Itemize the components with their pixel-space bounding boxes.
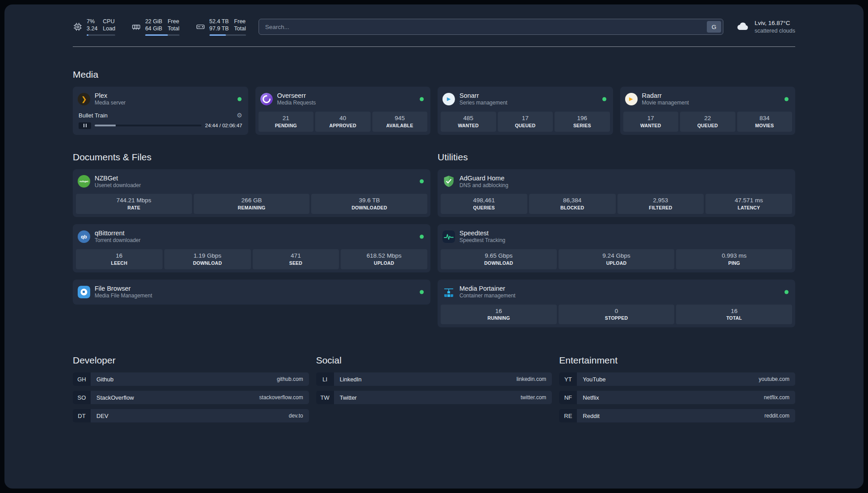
stat-value: 17 xyxy=(625,115,677,122)
stat-label: LATENCY xyxy=(707,205,790,210)
section-title-utilities: Utilities xyxy=(438,152,795,163)
portainer-icon xyxy=(442,286,455,298)
qbittorrent-meta: qBittorrent Torrent downloader xyxy=(95,229,141,244)
status-dot xyxy=(785,290,789,294)
service-card-adguard[interactable]: AdGuard Home DNS and adblocking 498,461Q… xyxy=(438,169,795,217)
search-input[interactable] xyxy=(259,19,723,35)
weather-condition: scattered clouds xyxy=(755,27,795,34)
radarr-header: ▶ Radarr Movie management xyxy=(623,90,793,109)
stat-tile: 9.65 GbpsDOWNLOAD xyxy=(441,249,557,269)
stat-label: UPLOAD xyxy=(342,260,426,266)
playback-progress-bar[interactable] xyxy=(95,125,201,126)
stat-tile: 47.571 msLATENCY xyxy=(705,194,792,214)
service-name: qBittorrent xyxy=(95,229,141,237)
stat-label: QUEUED xyxy=(682,123,734,128)
search-provider-button[interactable]: G xyxy=(707,21,721,33)
bookmark-abbr: GH xyxy=(73,372,91,386)
stat-tile: 0.993 msPING xyxy=(676,249,792,269)
radarr-stats: 17WANTED 22QUEUED 834MOVIES xyxy=(623,112,793,132)
bookmark-url: linkedin.com xyxy=(517,376,552,382)
topbar-divider xyxy=(73,46,795,47)
stat-label: QUEUED xyxy=(500,123,551,128)
service-desc: Usenet downloader xyxy=(95,182,141,189)
service-desc: Series management xyxy=(459,100,507,107)
stat-value: 834 xyxy=(739,115,791,122)
stat-value: 86,384 xyxy=(531,197,614,205)
search-bar: G xyxy=(259,19,723,35)
bookmark-github[interactable]: GH Github github.com xyxy=(73,372,309,386)
stat-value: 485 xyxy=(442,115,494,122)
service-card-radarr[interactable]: ▶ Radarr Movie management 17WANTED 22QUE… xyxy=(620,87,796,135)
bookmark-reddit[interactable]: RE Reddit reddit.com xyxy=(559,409,795,422)
stat-value: 9.24 Gbps xyxy=(560,252,673,260)
stat-tile: 22QUEUED xyxy=(680,112,735,132)
stat-label: QUERIES xyxy=(442,205,526,210)
qbittorrent-header: qb qBittorrent Torrent downloader xyxy=(76,227,427,246)
memory-total-value: 64 GiB xyxy=(145,25,162,32)
stat-tile: 16LEECH xyxy=(76,249,163,269)
weather-location: Lviv, 16.87°C xyxy=(755,19,795,27)
status-dot xyxy=(420,290,424,294)
stat-value: 17 xyxy=(500,115,551,122)
stat-value: 744.21 Mbps xyxy=(78,197,190,205)
stat-value: 0 xyxy=(560,308,673,315)
stat-tile: 266 GBREMAINING xyxy=(194,194,310,214)
service-card-nzbget[interactable]: nzbget NZBGet Usenet downloader 744.21 M… xyxy=(73,169,430,217)
service-card-speedtest[interactable]: Speedtest Speedtest Tracking 9.65 GbpsDO… xyxy=(438,224,795,272)
qbittorrent-stats: 16LEECH 1.19 GbpsDOWNLOAD 471SEED 618.52… xyxy=(76,249,427,269)
stat-tile: 40APPROVED xyxy=(315,112,371,132)
stat-value: 39.6 TB xyxy=(313,197,426,205)
stat-tile: 21PENDING xyxy=(259,112,314,132)
portainer-stats: 16RUNNING 0STOPPED 16TOTAL xyxy=(441,305,792,325)
service-card-plex[interactable]: ❯ Plex Media server Bullet Train ⚙ 24:44… xyxy=(73,87,248,135)
gear-icon[interactable]: ⚙ xyxy=(237,112,242,118)
bookmark-stackoverflow[interactable]: SO StackOverflow stackoverflow.com xyxy=(73,391,309,404)
sonarr-header: ▶ Sonarr Series management xyxy=(441,90,610,109)
radarr-meta: Radarr Movie management xyxy=(642,92,689,107)
stat-label: PING xyxy=(678,260,790,266)
memory-progress-fill xyxy=(145,34,168,36)
bookmark-url: stackoverflow.com xyxy=(259,394,309,401)
top-bar: 7% 3.24 CPU Load xyxy=(73,18,795,36)
player-controls-row: 24:44 / 02:06:47 xyxy=(76,119,245,131)
bookmark-netflix[interactable]: NF Netflix netflix.com xyxy=(559,391,795,404)
now-playing-title: Bullet Train xyxy=(79,112,108,119)
bookmark-youtube[interactable]: YT YouTube youtube.com xyxy=(559,372,795,386)
disk-progress-bar xyxy=(209,34,246,36)
stat-label: AVAILABLE xyxy=(374,123,426,128)
service-card-qbittorrent[interactable]: qb qBittorrent Torrent downloader 16LEEC… xyxy=(73,224,430,272)
stat-label: WANTED xyxy=(625,123,677,128)
service-desc: DNS and adblocking xyxy=(459,182,508,189)
bookmark-url: reddit.com xyxy=(764,413,795,419)
playback-progress-fill xyxy=(95,125,116,126)
stat-value: 16 xyxy=(442,308,555,315)
stat-tile: 834MOVIES xyxy=(737,112,793,132)
bookmark-abbr: DT xyxy=(73,409,91,422)
cpu-progress-fill xyxy=(87,34,88,36)
pause-button[interactable] xyxy=(79,122,91,129)
bookmark-linkedin[interactable]: LI LinkedIn linkedin.com xyxy=(316,372,552,386)
service-desc: Container management xyxy=(459,292,515,300)
stat-label: DOWNLOADED xyxy=(313,205,426,210)
service-card-portainer[interactable]: Media Portainer Container management 16R… xyxy=(438,280,795,328)
stat-value: 0.993 ms xyxy=(678,252,790,260)
status-dot xyxy=(602,97,606,101)
stat-tile: 744.21 MbpsRATE xyxy=(76,194,192,214)
service-name: AdGuard Home xyxy=(459,174,508,182)
stat-label: WANTED xyxy=(442,123,494,128)
stat-tile: 618.52 MbpsUPLOAD xyxy=(341,249,427,269)
service-card-sonarr[interactable]: ▶ Sonarr Series management 485WANTED 17Q… xyxy=(438,87,613,135)
stat-tile: 17WANTED xyxy=(623,112,679,132)
stat-label: SEED xyxy=(255,260,338,266)
status-dot xyxy=(785,97,789,101)
service-name: Sonarr xyxy=(459,92,507,100)
disk-icon xyxy=(196,22,205,32)
bookmark-dev[interactable]: DT DEV dev.to xyxy=(73,409,309,422)
filebrowser-icon xyxy=(78,286,90,298)
speedtest-header: Speedtest Speedtest Tracking xyxy=(441,227,792,246)
bookmark-twitter[interactable]: TW Twitter twitter.com xyxy=(316,391,552,404)
service-card-filebrowser[interactable]: File Browser Media File Management xyxy=(73,280,430,305)
service-card-overseerr[interactable]: Overseerr Media Requests 21PENDING 40APP… xyxy=(255,87,431,135)
utilities-column: Utilities AdGuard Home xyxy=(438,152,795,328)
overseerr-stats: 21PENDING 40APPROVED 945AVAILABLE xyxy=(259,112,428,132)
